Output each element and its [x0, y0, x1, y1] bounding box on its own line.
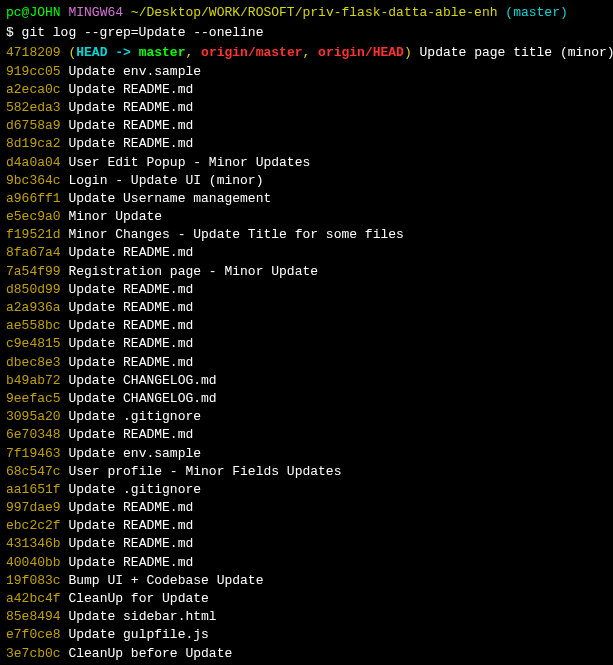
commit-hash: 3095a20: [6, 409, 61, 424]
log-line-head: 4718209 (HEAD -> master, origin/master, …: [6, 44, 607, 62]
log-line: 8fa67a4 Update README.md: [6, 244, 607, 262]
log-line: 582eda3 Update README.md: [6, 99, 607, 117]
log-line: f19521d Minor Changes - Update Title for…: [6, 226, 607, 244]
commit-message: Update gulpfile.js: [68, 627, 208, 642]
log-line: a42bc4f CleanUp for Update: [6, 590, 607, 608]
remote-branch: origin/master: [201, 45, 302, 60]
commit-message: Update sidebar.html: [68, 609, 216, 624]
commit-message: Update README.md: [68, 282, 193, 297]
commit-message: Update README.md: [68, 500, 193, 515]
log-line: 68c547c User profile - Minor Fields Upda…: [6, 463, 607, 481]
commit-hash: 9bc364c: [6, 173, 61, 188]
commit-message: Bump UI + Codebase Update: [68, 573, 263, 588]
commit-message: Login - Update UI (minor): [68, 173, 263, 188]
commit-hash: 997dae9: [6, 500, 61, 515]
commit-hash: 40040bb: [6, 555, 61, 570]
git-branch: (master): [505, 5, 567, 20]
commit-message: Update README.md: [68, 136, 193, 151]
commit-hash: 582eda3: [6, 100, 61, 115]
log-line: c9e4815 Update README.md: [6, 335, 607, 353]
log-line: a2eca0c Update README.md: [6, 81, 607, 99]
commit-message: Update README.md: [68, 336, 193, 351]
commit-message: CleanUp for Update: [68, 591, 208, 606]
commit-hash: 919cc05: [6, 64, 61, 79]
commit-message: User Edit Popup - Minor Updates: [68, 155, 310, 170]
log-line: aa1651f Update .gitignore: [6, 481, 607, 499]
commit-hash: 3e7cb0c: [6, 646, 61, 661]
commit-message: Update README.md: [68, 300, 193, 315]
commit-hash: 19f083c: [6, 573, 61, 588]
git-log-output: 919cc05 Update env.samplea2eca0c Update …: [6, 63, 607, 665]
commit-hash: 4718209: [6, 45, 61, 60]
commit-hash: a2a936a: [6, 300, 61, 315]
cwd-path: ~/Desktop/WORK/ROSOFT/priv-flask-datta-a…: [131, 5, 498, 20]
log-line: ebc2c2f Update README.md: [6, 517, 607, 535]
log-line: dbec8e3 Update README.md: [6, 354, 607, 372]
log-line: 7a54f99 Registration page - Minor Update: [6, 263, 607, 281]
commit-hash: a966ff1: [6, 191, 61, 206]
commit-message: Minor Update: [68, 209, 162, 224]
commit-message: Update README.md: [68, 245, 193, 260]
log-line: d4a0a04 User Edit Popup - Minor Updates: [6, 154, 607, 172]
remote-head: origin/HEAD: [318, 45, 404, 60]
commit-hash: e5ec9a0: [6, 209, 61, 224]
commit-hash: a42bc4f: [6, 591, 61, 606]
commit-hash: ebc2c2f: [6, 518, 61, 533]
commit-message: CleanUp before Update: [68, 646, 232, 661]
commit-hash: 431346b: [6, 536, 61, 551]
commit-hash: 7f19463: [6, 446, 61, 461]
log-line: 6e70348 Update README.md: [6, 426, 607, 444]
commit-message: Update .gitignore: [68, 409, 201, 424]
commit-hash: d4a0a04: [6, 155, 61, 170]
commit-message: Registration page - Minor Update: [68, 264, 318, 279]
commit-hash: dbec8e3: [6, 355, 61, 370]
commit-message: Update README.md: [68, 536, 193, 551]
log-line: 3095a20 Update .gitignore: [6, 408, 607, 426]
commit-message: Minor Changes - Update Title for some fi…: [68, 227, 403, 242]
commit-message: Update README.md: [68, 518, 193, 533]
log-line: e5ec9a0 Minor Update: [6, 208, 607, 226]
commit-hash: 6e70348: [6, 427, 61, 442]
commit-hash: c9e4815: [6, 336, 61, 351]
commit-message: Update CHANGELOG.md: [68, 373, 216, 388]
command-line[interactable]: $ git log --grep=Update --oneline: [6, 24, 607, 42]
commit-message: Update page title (minor): [412, 45, 613, 60]
log-line: 3e7cb0c CleanUp before Update: [6, 645, 607, 663]
commit-message: Update README.md: [68, 555, 193, 570]
log-line: 8d19ca2 Update README.md: [6, 135, 607, 153]
commit-hash: 8d19ca2: [6, 136, 61, 151]
commit-hash: ae558bc: [6, 318, 61, 333]
log-line: e7f0ce8 Update gulpfile.js: [6, 626, 607, 644]
commit-hash: d6758a9: [6, 118, 61, 133]
commit-hash: 8fa67a4: [6, 245, 61, 260]
mingw-label: MINGW64: [68, 5, 123, 20]
local-branch: master: [139, 45, 186, 60]
commit-message: User profile - Minor Fields Updates: [68, 464, 341, 479]
log-line: 431346b Update README.md: [6, 535, 607, 553]
commit-hash: d850d99: [6, 282, 61, 297]
log-line: ae558bc Update README.md: [6, 317, 607, 335]
log-line: 19f083c Bump UI + Codebase Update: [6, 572, 607, 590]
commit-message: Update env.sample: [68, 446, 201, 461]
commit-hash: aa1651f: [6, 482, 61, 497]
commit-message: Update README.md: [68, 318, 193, 333]
log-line: 9bc364c Login - Update UI (minor): [6, 172, 607, 190]
commit-message: Update CHANGELOG.md: [68, 391, 216, 406]
log-line: 919cc05 Update env.sample: [6, 63, 607, 81]
commit-hash: 9eefac5: [6, 391, 61, 406]
commit-hash: a2eca0c: [6, 82, 61, 97]
shell-prompt: pc@JOHN MINGW64 ~/Desktop/WORK/ROSOFT/pr…: [6, 4, 607, 22]
commit-message: Update README.md: [68, 355, 193, 370]
log-line: 9eefac5 Update CHANGELOG.md: [6, 390, 607, 408]
commit-hash: b49ab72: [6, 373, 61, 388]
log-line: 7f19463 Update env.sample: [6, 445, 607, 463]
commit-message: Update Username management: [68, 191, 271, 206]
commit-hash: 7a54f99: [6, 264, 61, 279]
log-line: a2a936a Update README.md: [6, 299, 607, 317]
commit-message: Update README.md: [68, 100, 193, 115]
commit-message: Update env.sample: [68, 64, 201, 79]
commit-message: Update .gitignore: [68, 482, 201, 497]
commit-hash: 68c547c: [6, 464, 61, 479]
commit-message: Update README.md: [68, 82, 193, 97]
log-line: 997dae9 Update README.md: [6, 499, 607, 517]
